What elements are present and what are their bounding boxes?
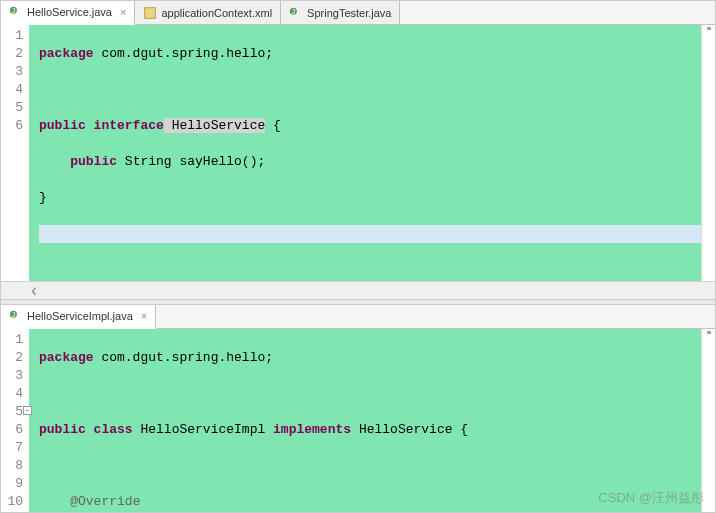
code-content[interactable]: package com.dgut.spring.hello; public cl… [29, 329, 701, 513]
editor-pane-top: J HelloService.java × applicationContext… [1, 1, 715, 299]
xml-file-icon [143, 6, 157, 20]
tab-springtester[interactable]: J SpringTester.java [281, 1, 400, 24]
tab-applicationcontext[interactable]: applicationContext.xml [135, 1, 281, 24]
tab-helloservice[interactable]: J HelloService.java × [1, 1, 135, 25]
horizontal-scrollbar[interactable]: ❮ [1, 281, 715, 299]
fold-toggle-icon[interactable]: − [23, 406, 32, 415]
code-content[interactable]: package com.dgut.spring.hello; public in… [29, 25, 701, 281]
close-icon[interactable]: × [141, 310, 147, 322]
java-file-icon: J [9, 5, 23, 19]
gutter: 1 2 3 4 5 6 [1, 25, 29, 281]
java-file-icon: J [9, 309, 23, 323]
svg-rect-2 [145, 7, 156, 18]
svg-text:J: J [11, 311, 15, 319]
svg-text:J: J [291, 7, 295, 15]
java-file-icon: J [289, 6, 303, 20]
editor-pane-bottom: J HelloServiceImpl.java × 1 2 3 4 5− 6 7… [1, 305, 715, 513]
code-area-bottom[interactable]: 1 2 3 4 5− 6 7 8 9 10 11 12 13 package c… [1, 329, 701, 513]
tab-label: HelloServiceImpl.java [27, 310, 133, 322]
overview-ruler [701, 25, 715, 281]
tab-helloserviceimpl[interactable]: J HelloServiceImpl.java × [1, 305, 156, 329]
tab-label: HelloService.java [27, 6, 112, 18]
overview-ruler [701, 329, 715, 513]
scroll-left-icon[interactable]: ❮ [31, 285, 37, 297]
code-area-top[interactable]: 1 2 3 4 5 6 package com.dgut.spring.hell… [1, 25, 701, 281]
close-icon[interactable]: × [120, 6, 126, 18]
tab-bar-bottom: J HelloServiceImpl.java × [1, 305, 715, 329]
tab-bar-top: J HelloService.java × applicationContext… [1, 1, 715, 25]
tab-label: SpringTester.java [307, 7, 391, 19]
svg-text:J: J [11, 7, 15, 15]
gutter: 1 2 3 4 5− 6 7 8 9 10 11 12 13 [1, 329, 29, 513]
tab-label: applicationContext.xml [161, 7, 272, 19]
